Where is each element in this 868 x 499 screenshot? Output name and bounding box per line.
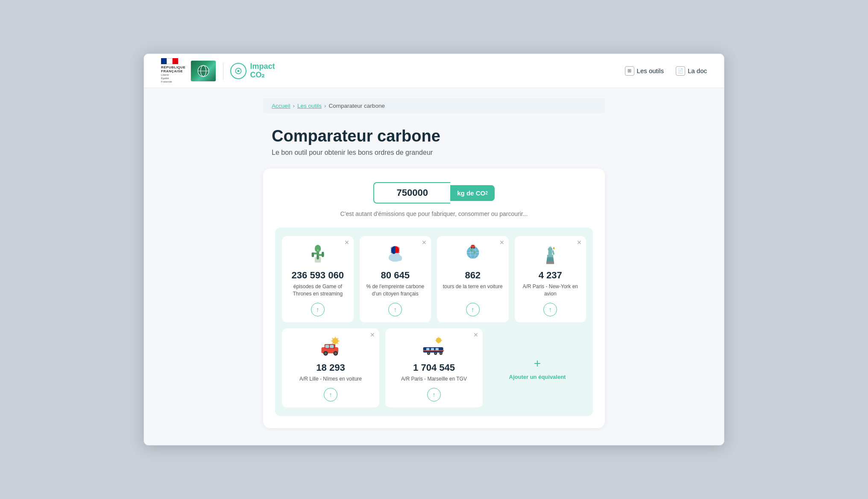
card-number-earth: 862 xyxy=(465,270,481,281)
card-desc-lille: A/R Lille - Nîmes en voiture xyxy=(299,375,362,383)
calc-card: kg de CO2 C'est autant d'émissions que p… xyxy=(263,168,605,428)
svg-line-50 xyxy=(332,343,333,344)
main-content: Accueil › Les outils › Comparateur carbo… xyxy=(144,88,724,445)
logo-rf-text: RÉPUBLIQUE FRANÇAISE xyxy=(161,65,185,74)
close-btn-paris-ny[interactable]: ✕ xyxy=(577,239,582,245)
close-btn-tgv[interactable]: ✕ xyxy=(473,332,478,338)
add-plus-icon: + xyxy=(534,357,541,370)
page-hero: Comparateur carbone Le bon outil pour ob… xyxy=(263,127,605,156)
svg-rect-67 xyxy=(436,348,439,351)
logo-divider xyxy=(223,62,223,80)
svg-point-5 xyxy=(238,70,240,72)
svg-point-22 xyxy=(398,256,402,261)
breadcrumb-sep1: › xyxy=(293,103,295,109)
svg-point-35 xyxy=(548,247,553,252)
co2-input[interactable] xyxy=(373,182,450,204)
icon-plant xyxy=(305,243,331,266)
card-desc-tgv: A/R Paris - Marseille en TGV xyxy=(401,375,467,383)
up-btn-tgv[interactable]: ↑ xyxy=(427,388,441,402)
icon-statue-liberty xyxy=(537,243,563,266)
nav-bar: RÉPUBLIQUE FRANÇAISE Liberté Égalité Fra… xyxy=(144,54,724,88)
close-btn-lille[interactable]: ✕ xyxy=(370,332,375,338)
input-row: kg de CO2 xyxy=(275,182,593,204)
nav-links: ⊞ Les outils 📄 La doc xyxy=(625,66,707,76)
svg-point-31 xyxy=(473,247,475,249)
logo-rf-subtext: Liberté Égalité Fraternité xyxy=(161,74,172,83)
svg-point-58 xyxy=(334,352,337,354)
svg-marker-36 xyxy=(549,246,550,248)
svg-rect-68 xyxy=(423,350,444,351)
svg-point-74 xyxy=(440,352,442,354)
svg-line-48 xyxy=(337,343,338,344)
browser-frame: RÉPUBLIQUE FRANÇAISE Liberté Égalité Fra… xyxy=(144,53,724,446)
svg-rect-34 xyxy=(548,251,552,257)
add-card-label: Ajouter un équivalent xyxy=(509,374,566,380)
card-number-carbon: 80 645 xyxy=(381,270,410,281)
svg-point-70 xyxy=(428,352,430,354)
svg-point-59 xyxy=(436,337,442,343)
card-desc-carbon: % de l'empreinte carbone d'un citoyen fr… xyxy=(365,283,426,298)
cards-grid-bottom: ✕ xyxy=(282,328,586,407)
page-subtitle: Le bon outil pour obtenir les bons ordre… xyxy=(272,149,596,156)
card-streaming: ✕ xyxy=(282,236,354,322)
input-description: C'est autant d'émissions que pour fabriq… xyxy=(275,210,593,217)
cards-background: ✕ xyxy=(275,227,593,416)
tools-icon: ⊞ xyxy=(625,66,634,76)
svg-point-15 xyxy=(319,251,320,251)
card-paris-marseille: ✕ xyxy=(385,328,483,407)
nav-logos: RÉPUBLIQUE FRANÇAISE Liberté Égalité Fra… xyxy=(161,58,275,84)
svg-line-49 xyxy=(337,338,338,339)
logo-impact: Impact CO₂ xyxy=(230,62,275,80)
svg-rect-40 xyxy=(553,247,554,249)
svg-line-47 xyxy=(332,338,333,339)
card-number-streaming: 236 593 060 xyxy=(292,270,344,281)
card-number-lille: 18 293 xyxy=(316,363,345,373)
svg-point-8 xyxy=(315,245,321,253)
nav-link-tools[interactable]: ⊞ Les outils xyxy=(625,66,664,76)
card-earth-car: ✕ xyxy=(437,236,509,322)
svg-marker-37 xyxy=(550,245,551,247)
card-lille-nimes: ✕ xyxy=(282,328,379,407)
breadcrumb-home[interactable]: Accueil xyxy=(272,103,290,109)
svg-point-72 xyxy=(435,352,437,354)
up-btn-carbon[interactable]: ↑ xyxy=(388,303,402,316)
tricolor-flag xyxy=(161,58,178,64)
up-btn-paris-ny[interactable]: ↑ xyxy=(543,303,557,316)
close-btn-carbon[interactable]: ✕ xyxy=(422,239,427,245)
card-number-paris-ny: 4 237 xyxy=(539,270,562,281)
impact-title: Impact CO₂ xyxy=(250,62,275,80)
svg-point-14 xyxy=(316,251,317,252)
breadcrumb-tools[interactable]: Les outils xyxy=(297,103,322,109)
co2-unit: kg de CO2 xyxy=(450,185,494,201)
up-btn-streaming[interactable]: ↑ xyxy=(311,303,325,316)
add-equivalent-card[interactable]: + Ajouter un équivalent xyxy=(489,328,586,407)
doc-icon: 📄 xyxy=(676,66,685,76)
svg-rect-53 xyxy=(325,345,329,348)
svg-rect-65 xyxy=(426,348,429,351)
icon-earth-car xyxy=(460,243,486,266)
icon-cloud-france xyxy=(382,243,408,266)
svg-rect-10 xyxy=(311,253,314,257)
ademe-inner xyxy=(191,61,216,81)
card-carbon-footprint: ✕ xyxy=(360,236,431,322)
breadcrumb-sep2: › xyxy=(324,103,326,109)
page-title: Comparateur carbone xyxy=(272,127,596,145)
icon-car-sun xyxy=(318,335,343,358)
logo-rf: RÉPUBLIQUE FRANÇAISE Liberté Égalité Fra… xyxy=(161,58,185,84)
close-btn-earth[interactable]: ✕ xyxy=(499,239,504,245)
card-desc-streaming: épisodes de Game of Thrones en streaming xyxy=(287,283,349,298)
svg-rect-29 xyxy=(471,245,474,247)
svg-rect-41 xyxy=(546,262,554,264)
up-btn-lille[interactable]: ↑ xyxy=(324,388,337,402)
svg-marker-38 xyxy=(551,246,551,248)
svg-rect-54 xyxy=(330,345,334,348)
cards-grid-top: ✕ xyxy=(282,236,586,322)
breadcrumb: Accueil › Les outils › Comparateur carbo… xyxy=(263,98,605,113)
card-number-tgv: 1 704 545 xyxy=(413,363,455,373)
card-desc-earth: tours de la terre en voiture xyxy=(443,283,503,298)
svg-rect-66 xyxy=(431,348,434,351)
nav-link-doc[interactable]: 📄 La doc xyxy=(676,66,707,76)
close-btn-streaming[interactable]: ✕ xyxy=(344,239,349,245)
svg-point-13 xyxy=(317,250,318,251)
up-btn-earth[interactable]: ↑ xyxy=(466,303,480,316)
